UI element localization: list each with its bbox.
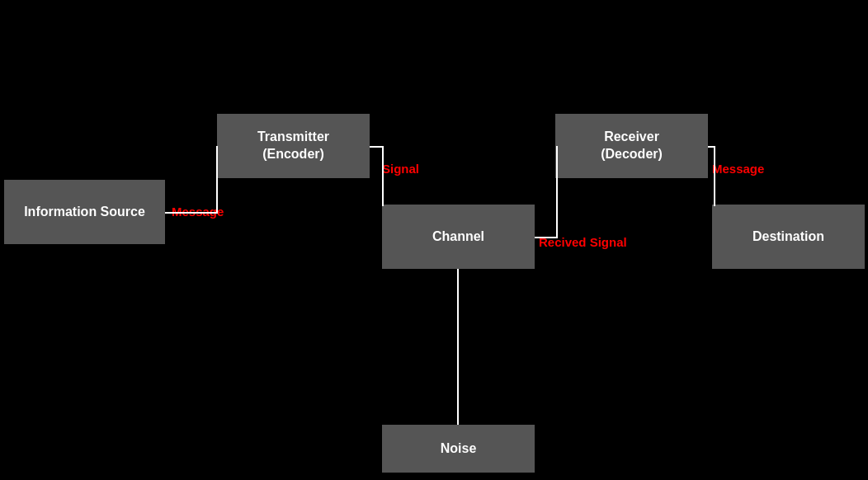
receiver-box: Receiver (Decoder) bbox=[555, 114, 708, 178]
line-noise-to-channel-v bbox=[457, 269, 459, 425]
line-channel-to-receiver-h bbox=[535, 237, 557, 238]
signal-label: Signal bbox=[382, 162, 419, 176]
information-source-label: Information Source bbox=[24, 204, 145, 221]
line-receiver-to-dest-v bbox=[714, 146, 715, 206]
line-signal-to-channel-v bbox=[382, 146, 384, 206]
noise-box: Noise bbox=[382, 425, 535, 473]
receiver-sublabel: (Decoder) bbox=[601, 146, 663, 163]
channel-label: Channel bbox=[432, 228, 484, 246]
message2-label: Message bbox=[712, 162, 764, 176]
destination-label: Destination bbox=[752, 228, 824, 246]
transmitter-box: Transmitter (Encoder) bbox=[217, 114, 370, 178]
information-source-box: Information Source bbox=[4, 180, 165, 244]
line-src-to-transmitter-v bbox=[216, 146, 218, 214]
destination-box: Destination bbox=[712, 205, 865, 269]
transmitter-label: Transmitter bbox=[257, 129, 329, 146]
line-src-to-transmitter-h bbox=[165, 212, 217, 214]
noise-label: Noise bbox=[441, 440, 477, 458]
line-channel-to-receiver-v bbox=[556, 146, 558, 238]
receiver-label: Receiver bbox=[604, 129, 659, 146]
channel-box: Channel bbox=[382, 205, 535, 269]
transmitter-sublabel: (Encoder) bbox=[262, 146, 324, 163]
